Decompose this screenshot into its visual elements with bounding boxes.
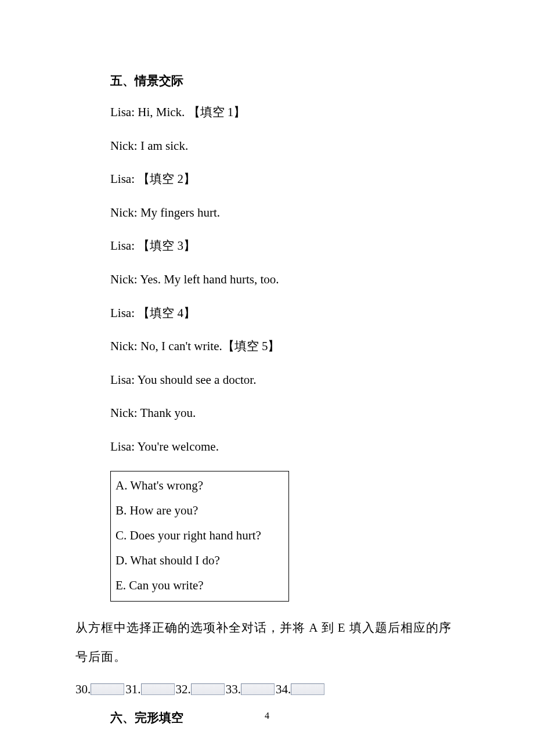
dialogue-line: Lisa: You should see a doctor. bbox=[110, 370, 459, 390]
dialogue-line: Nick: I am sick. bbox=[110, 136, 459, 156]
answer-number-30: 30. bbox=[75, 682, 91, 697]
choice-b: B. How are you? bbox=[116, 503, 284, 518]
answer-input-33[interactable] bbox=[241, 683, 275, 695]
page-number: 4 bbox=[0, 711, 534, 721]
answer-blanks-row: 30. 31. 32. 33. 34. bbox=[75, 682, 459, 697]
answer-number-34: 34. bbox=[276, 682, 291, 697]
dialogue-line: Nick: My fingers hurt. bbox=[110, 203, 459, 223]
dialogue-line: Lisa: You're welcome. bbox=[110, 437, 459, 457]
section-5-heading: 五、情景交际 bbox=[110, 73, 459, 89]
answer-input-34[interactable] bbox=[291, 683, 324, 695]
dialogue-line: Lisa: 【填空 2】 bbox=[110, 170, 459, 189]
choice-a: A. What's wrong? bbox=[116, 478, 284, 493]
choice-c: C. Does your right hand hurt? bbox=[116, 528, 284, 543]
answer-number-32: 32. bbox=[176, 682, 191, 697]
dialogue-line: Lisa: Hi, Mick. 【填空 1】 bbox=[110, 103, 459, 123]
choice-e: E. Can you write? bbox=[116, 578, 284, 593]
instruction-text: 从方框中选择正确的选项补全对话，并将 A 到 E 填入题后相应的序号后面。 bbox=[75, 613, 459, 672]
dialogue-line: Nick: Thank you. bbox=[110, 404, 459, 423]
answer-number-31: 31. bbox=[125, 682, 140, 697]
answer-input-31[interactable] bbox=[141, 683, 175, 695]
dialogue-line: Lisa: 【填空 4】 bbox=[110, 304, 459, 323]
choice-d: D. What should I do? bbox=[116, 553, 284, 568]
answer-input-32[interactable] bbox=[191, 683, 225, 695]
dialogue-line: Nick: Yes. My left hand hurts, too. bbox=[110, 270, 459, 290]
dialogue-line: Lisa: 【填空 3】 bbox=[110, 236, 459, 256]
dialogue-line: Nick: No, I can't write.【填空 5】 bbox=[110, 337, 459, 357]
answer-input-30[interactable] bbox=[91, 683, 124, 695]
answer-choices-box: A. What's wrong? B. How are you? C. Does… bbox=[110, 471, 289, 602]
answer-number-33: 33. bbox=[226, 682, 241, 697]
